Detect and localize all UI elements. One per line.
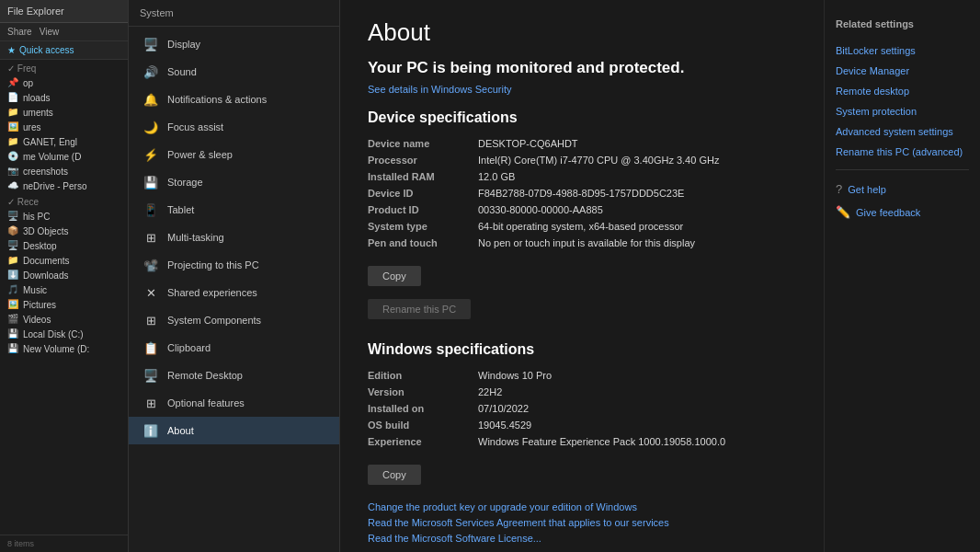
spec-value: 19045.4529 — [478, 417, 796, 433]
recent-section-label: ✓ Rece — [0, 193, 128, 209]
sidebar-item-label: About — [167, 425, 194, 436]
share-button[interactable]: Share — [7, 27, 32, 37]
notifications-icon: 🔔 — [143, 92, 158, 107]
system-protection-link[interactable]: System protection — [836, 101, 969, 121]
storage-icon: 💾 — [143, 175, 158, 190]
table-row: Product ID 00330-80000-00000-AA885 — [368, 201, 796, 218]
sidebar-item-optional[interactable]: ⊞ Optional features — [129, 389, 339, 417]
list-item[interactable]: 🎬Videos — [0, 312, 128, 327]
star-icon: ★ — [7, 45, 16, 55]
sidebar-item-sound[interactable]: 🔊 Sound — [129, 58, 339, 86]
settings-sidebar-items: 🖥️ Display 🔊 Sound 🔔 Notifications & act… — [129, 27, 339, 552]
device-specs-title: Device specifications — [368, 109, 796, 126]
list-item[interactable]: 📌op — [0, 75, 128, 90]
related-settings-title: Related settings — [836, 18, 969, 29]
advanced-system-link[interactable]: Advanced system settings — [836, 121, 969, 142]
device-manager-link[interactable]: Device Manager — [836, 61, 969, 81]
table-row: OS build 19045.4529 — [368, 417, 796, 433]
table-row: Processor Intel(R) Core(TM) i7-4770 CPU … — [368, 152, 796, 168]
sidebar-item-label: Storage — [167, 177, 203, 188]
sidebar-item-power[interactable]: ⚡ Power & sleep — [129, 141, 339, 168]
table-row: Pen and touch No pen or touch input is a… — [368, 235, 796, 251]
list-item[interactable]: 📄nloads — [0, 90, 128, 105]
table-row: Version 22H2 — [368, 384, 796, 400]
spec-label: Experience — [368, 433, 478, 450]
sidebar-item-shared[interactable]: ✕ Shared experiences — [129, 279, 339, 306]
security-link[interactable]: See details in Windows Security — [368, 84, 796, 95]
sidebar-item-projecting[interactable]: 📽️ Projecting to this PC — [129, 251, 339, 279]
sidebar-item-tablet[interactable]: 📱 Tablet — [129, 196, 339, 224]
sidebar-item-label: Projecting to this PC — [167, 259, 259, 270]
list-item[interactable]: 🖼️ures — [0, 120, 128, 134]
sidebar-item-multitasking[interactable]: ⊞ Multi-tasking — [129, 224, 339, 251]
table-row: Installed RAM 12.0 GB — [368, 168, 796, 185]
table-row: Device ID F84B2788-07D9-4988-8D95-1757DD… — [368, 185, 796, 201]
frequent-section-label: ✓ Freq — [0, 60, 128, 75]
spec-label: Product ID — [368, 201, 478, 218]
list-item[interactable]: 📁Documents — [0, 253, 128, 268]
spec-label: Installed RAM — [368, 168, 478, 185]
sidebar-item-label: Sound — [167, 66, 197, 77]
list-item[interactable]: 🎵Music — [0, 282, 128, 297]
view-button[interactable]: View — [40, 27, 60, 37]
list-item[interactable]: 📁GANET, Engl — [0, 134, 128, 149]
spec-label: Device name — [368, 135, 478, 152]
spec-label: System type — [368, 218, 478, 235]
spec-value: Windows 10 Pro — [478, 367, 796, 384]
sidebar-item-about[interactable]: ℹ️ About — [129, 417, 339, 444]
sidebar-item-label: Optional features — [167, 397, 245, 408]
sidebar-item-display[interactable]: 🖥️ Display — [129, 30, 339, 58]
device-specs-table: Device name DESKTOP-CQ6AHDT Processor In… — [368, 135, 796, 251]
components-icon: ⊞ — [143, 313, 158, 328]
spec-label: Pen and touch — [368, 235, 478, 251]
page-title: About — [368, 18, 796, 47]
power-icon: ⚡ — [143, 147, 158, 162]
list-item[interactable]: ☁️neDrive - Perso — [0, 178, 128, 193]
sidebar-item-components[interactable]: ⊞ System Components — [129, 306, 339, 334]
give-feedback-item[interactable]: ✏️ Give feedback — [836, 201, 969, 224]
footer-link-2[interactable]: Read the Microsoft Services Agreement th… — [368, 517, 796, 528]
list-item[interactable]: 📁uments — [0, 105, 128, 120]
table-row: Experience Windows Feature Experience Pa… — [368, 433, 796, 450]
table-row: System type 64-bit operating system, x64… — [368, 218, 796, 235]
file-explorer: File Explorer Share View ★ Quick access … — [0, 0, 129, 552]
footer-link-3[interactable]: Read the Microsoft Software License... — [368, 533, 796, 544]
list-item[interactable]: 💾New Volume (D: — [0, 341, 128, 356]
sidebar-item-label: Power & sleep — [167, 149, 233, 160]
list-item[interactable]: 🖥️his PC — [0, 209, 128, 224]
remote-icon: 🖥️ — [143, 368, 158, 383]
remote-desktop-link[interactable]: Remote desktop — [836, 81, 969, 101]
footer-link-1[interactable]: Change the product key or upgrade your e… — [368, 501, 796, 512]
tablet-icon: 📱 — [143, 202, 158, 217]
sidebar-item-notifications[interactable]: 🔔 Notifications & actions — [129, 86, 339, 113]
sidebar-item-label: Focus assist — [167, 121, 223, 132]
spec-label: Device ID — [368, 185, 478, 201]
spec-value: DESKTOP-CQ6AHDT — [478, 135, 796, 152]
get-help-item[interactable]: ? Get help — [836, 178, 969, 201]
bitlocker-link[interactable]: BitLocker settings — [836, 40, 969, 61]
sidebar-item-focus[interactable]: 🌙 Focus assist — [129, 113, 339, 141]
file-explorer-nav[interactable]: ★ Quick access — [0, 41, 128, 60]
copy-device-specs-button[interactable]: Copy — [368, 266, 421, 286]
list-item[interactable]: 💾Local Disk (C:) — [0, 327, 128, 341]
sidebar-item-storage[interactable]: 💾 Storage — [129, 168, 339, 196]
list-item[interactable]: 📷creenshots — [0, 164, 128, 178]
clipboard-icon: 📋 — [143, 340, 158, 355]
file-explorer-items: ✓ Freq 📌op 📄nloads 📁uments 🖼️ures 📁GANET… — [0, 60, 128, 535]
rename-pc-advanced-link[interactable]: Rename this PC (advanced) — [836, 142, 969, 162]
sidebar-item-clipboard[interactable]: 📋 Clipboard — [129, 334, 339, 362]
rename-pc-button[interactable]: Rename this PC — [368, 299, 471, 319]
list-item[interactable]: ⬇️Downloads — [0, 268, 128, 282]
settings-sidebar-header: System — [129, 0, 339, 27]
list-item[interactable]: 📦3D Objects — [0, 224, 128, 238]
spec-value: 07/10/2022 — [478, 400, 796, 417]
sidebar-item-remote[interactable]: 🖥️ Remote Desktop — [129, 362, 339, 389]
multitasking-icon: ⊞ — [143, 230, 158, 245]
spec-value: 64-bit operating system, x64-based proce… — [478, 218, 796, 235]
list-item[interactable]: 🖥️Desktop — [0, 238, 128, 253]
display-icon: 🖥️ — [143, 37, 158, 52]
copy-windows-specs-button[interactable]: Copy — [368, 465, 421, 485]
list-item[interactable]: 🖼️Pictures — [0, 297, 128, 312]
list-item[interactable]: 💿me Volume (D — [0, 149, 128, 164]
sidebar-item-label: Multi-tasking — [167, 232, 224, 243]
